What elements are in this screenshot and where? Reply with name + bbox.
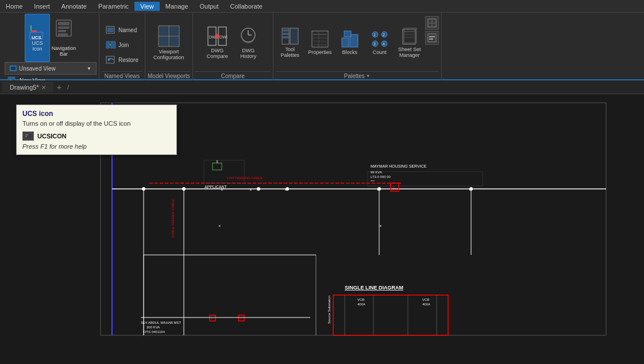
dropdown-value: Unsaved View	[19, 65, 84, 72]
svg-text:×: ×	[379, 223, 382, 229]
viewport-config-button[interactable]: ViewportConfiguration	[149, 18, 189, 67]
svg-text:MAYMAR HOUSING SERVICE: MAYMAR HOUSING SERVICE	[371, 164, 427, 168]
properties-icon	[311, 30, 329, 48]
svg-text:1: 1	[373, 33, 376, 37]
menu-view[interactable]: View	[134, 2, 160, 11]
drawing-area: UCS icon Turns on or off display of the …	[0, 94, 644, 364]
menu-collaborate[interactable]: Collaborate	[225, 2, 268, 11]
tool-palettes-icon	[281, 27, 299, 45]
nav-bar-label: NavigationBar	[52, 45, 76, 57]
svg-text:Source Substation: Source Substation	[327, 296, 331, 324]
tooltip-description: Turns on or off display of the UCS icon	[22, 120, 171, 127]
svg-rect-9	[58, 30, 66, 32]
compare-label: Compare	[195, 71, 271, 79]
count-label: Count	[373, 49, 387, 55]
tab-separator: /	[67, 84, 69, 91]
tooltip-popup: UCS icon Turns on or off display of the …	[16, 104, 177, 155]
join-label: Join	[118, 42, 129, 48]
sheet-set-manager-label: Sheet SetManager	[398, 47, 421, 58]
doc-tab-close-icon[interactable]: ✕	[41, 84, 46, 91]
named-button[interactable]: Named	[103, 24, 141, 36]
join-icon	[106, 40, 116, 49]
svg-text:DWG: DWG	[219, 35, 227, 39]
svg-rect-54	[342, 38, 349, 47]
dwg-history-label: DWGHistory	[240, 48, 256, 59]
join-button[interactable]: Join	[103, 38, 141, 51]
svg-text:VCB: VCB	[422, 298, 429, 301]
dwg-compare-button[interactable]: DWG DWG DWGCompare	[203, 18, 232, 67]
small-palette-btn-2[interactable]	[425, 31, 439, 45]
ribbon: UCS UCSIcon	[0, 13, 644, 80]
ucs-icon-button[interactable]: UCS UCSIcon	[25, 14, 50, 62]
menu-parametric[interactable]: Parametric	[92, 2, 134, 11]
named-views-label: Named Views	[102, 71, 142, 79]
properties-button[interactable]: Properties	[306, 18, 334, 67]
svg-text:400A: 400A	[422, 303, 430, 306]
add-tab-button[interactable]: +	[53, 82, 65, 93]
dwg-history-button[interactable]: DWGHistory	[234, 18, 263, 67]
svg-text:***: ***	[371, 180, 375, 183]
svg-rect-10	[58, 33, 68, 36]
svg-rect-46	[283, 33, 288, 35]
sheet-set-icon	[400, 27, 419, 45]
menu-home[interactable]: Home	[0, 2, 28, 11]
svg-rect-8	[58, 26, 70, 29]
svg-text:3: 3	[373, 42, 376, 46]
tool-palettes-label: ToolPalettes	[280, 47, 299, 58]
named-icon	[106, 25, 116, 34]
svg-point-90	[257, 187, 260, 191]
svg-text:4: 4	[383, 42, 385, 46]
nav-bar-button[interactable]: NavigationBar	[51, 14, 76, 62]
viewport-config-icon	[157, 25, 180, 48]
view-dropdown[interactable]: Unsaved View ▼	[5, 62, 97, 75]
blocks-icon	[341, 30, 359, 48]
svg-rect-66	[404, 28, 417, 43]
viewport-tools-section: UCS UCSIcon	[2, 13, 99, 80]
compare-section: DWG DWG DWGCompare DWGHistory	[193, 13, 273, 80]
svg-text:×: ×	[469, 187, 472, 192]
tooltip-command-row: UCSICON	[22, 131, 171, 141]
svg-text:400A: 400A	[357, 303, 365, 306]
svg-text:2: 2	[383, 33, 385, 37]
menu-insert[interactable]: Insert	[28, 2, 56, 11]
view-icon	[10, 65, 17, 71]
svg-rect-31	[159, 26, 168, 36]
svg-point-89	[182, 187, 186, 191]
svg-rect-74	[429, 36, 435, 37]
restore-button[interactable]: Restore	[103, 53, 141, 66]
restore-icon	[106, 55, 116, 64]
svg-rect-33	[159, 37, 168, 46]
svg-text:SE4 ABDUL WAHAB MST: SE4 ABDUL WAHAB MST	[141, 321, 182, 324]
svg-text:300 KVA: 300 KVA	[146, 326, 160, 329]
tool-palettes-button[interactable]: ToolPalettes	[276, 18, 304, 67]
svg-rect-73	[428, 34, 436, 42]
menu-output[interactable]: Output	[194, 2, 225, 11]
ucs-icon-label: UCSIcon	[32, 40, 43, 52]
named-views-section: Named Join	[99, 13, 145, 80]
count-button[interactable]: 1 2 3 4 Count	[365, 18, 394, 67]
svg-rect-23	[106, 41, 110, 48]
blocks-button[interactable]: Blocks	[336, 18, 364, 67]
svg-text:DTS 0401164: DTS 0401164	[144, 330, 165, 334]
svg-text:99 KVA: 99 KVA	[371, 171, 382, 174]
sheet-set-manager-button[interactable]: Sheet SetManager	[395, 18, 424, 67]
svg-rect-44	[290, 28, 298, 44]
dwg-history-icon	[238, 26, 259, 47]
tooltip-help-text: Press F1 for more help	[22, 143, 171, 150]
restore-label: Restore	[118, 57, 138, 63]
svg-rect-47	[283, 36, 288, 38]
nav-bar-icon	[55, 19, 72, 44]
tooltip-title: UCS icon	[22, 110, 171, 118]
svg-rect-20	[107, 28, 113, 32]
count-icon: 1 2 3 4	[371, 30, 389, 48]
blocks-label: Blocks	[342, 49, 357, 55]
doc-tab-drawing[interactable]: Drawing5* ✕	[2, 82, 53, 92]
svg-text:FOR FEEDING CABLE: FOR FEEDING CABLE	[227, 176, 263, 180]
model-viewports-section: ViewportConfiguration Model Viewports	[145, 13, 193, 80]
menu-annotate[interactable]: Annotate	[56, 2, 92, 11]
svg-text:VCB: VCB	[357, 298, 364, 301]
small-palette-btn-1[interactable]	[425, 16, 439, 30]
svg-rect-34	[169, 37, 179, 46]
menu-manage[interactable]: Manage	[160, 2, 194, 11]
doc-tab-name: Drawing5*	[10, 84, 39, 91]
